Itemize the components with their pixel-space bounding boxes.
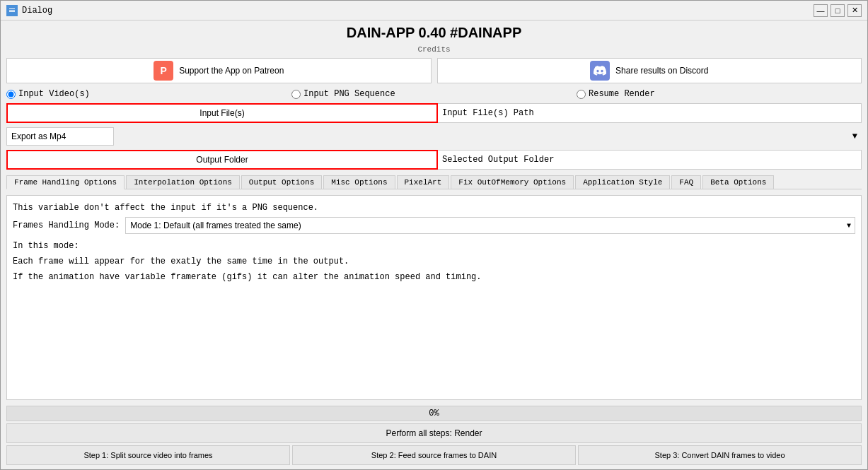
discord-label: Share results on Discord xyxy=(615,66,708,76)
svg-rect-2 xyxy=(9,11,15,12)
maximize-button[interactable]: □ xyxy=(831,4,845,17)
credits-label: Credits xyxy=(6,45,862,54)
minimize-button[interactable]: — xyxy=(814,4,828,17)
close-button[interactable]: ✕ xyxy=(847,4,862,17)
mode-row: Frames Handling Mode: Mode 1: Default (a… xyxy=(13,217,855,234)
step3-button[interactable]: Step 3: Convert DAIN frames to video xyxy=(578,445,862,465)
input-png-radio-item: Input PNG Sequence xyxy=(291,89,577,99)
window-icon xyxy=(6,5,18,16)
input-png-radio[interactable] xyxy=(291,90,301,99)
tab-interpolation[interactable]: Interpolation Options xyxy=(126,175,240,189)
output-folder-path: Selected Output Folder xyxy=(438,150,862,170)
tab-content-frame-handling: This variable don't affect the input if … xyxy=(6,195,862,400)
mode-select-wrapper: Mode 1: Default (all frames treated the … xyxy=(125,217,855,234)
tabs-row: Frame Handling Options Interpolation Opt… xyxy=(6,175,862,189)
resume-render-radio-item: Resume Render xyxy=(577,89,862,99)
export-wrapper: Export as Mp4 Export as GIF Export as PN… xyxy=(6,127,862,146)
step1-button[interactable]: Step 1: Split source video into frames xyxy=(6,445,290,465)
title-bar: Dialog — □ ✕ xyxy=(1,1,867,20)
render-button[interactable]: Perform all steps: Render xyxy=(6,423,862,443)
step2-button[interactable]: Step 2: Feed source frames to DAIN xyxy=(292,445,576,465)
support-row: P Support the App on Patreon Share resul… xyxy=(6,58,862,83)
progress-bar: 0% xyxy=(6,406,862,421)
input-video-radio-item: Input Video(s) xyxy=(6,89,291,99)
app-title: DAIN-APP 0.40 #DAINAPP xyxy=(6,25,862,41)
main-window: Dialog — □ ✕ DAIN-APP 0.40 #DAINAPP Cred… xyxy=(0,0,868,470)
progress-value: 0% xyxy=(429,409,439,418)
export-select[interactable]: Export as Mp4 Export as GIF Export as PN… xyxy=(6,127,114,146)
mode-description-title: In this mode: xyxy=(13,240,855,252)
tab-frame-handling[interactable]: Frame Handling Options xyxy=(6,175,125,189)
bottom-section: 0% Perform all steps: Render Step 1: Spl… xyxy=(6,406,862,465)
input-files-row: Input File(s) Input File(s) Path xyxy=(6,103,862,123)
tab-faq[interactable]: FAQ xyxy=(671,175,701,189)
discord-icon xyxy=(590,61,610,81)
content-area: DAIN-APP 0.40 #DAINAPP Credits P Support… xyxy=(1,20,867,469)
input-video-label[interactable]: Input Video(s) xyxy=(18,89,90,99)
tab-beta[interactable]: Beta Options xyxy=(702,175,774,189)
export-arrow-icon: ▼ xyxy=(852,131,857,141)
window-controls: — □ ✕ xyxy=(814,4,862,17)
input-video-radio[interactable] xyxy=(6,90,16,99)
discord-button[interactable]: Share results on Discord xyxy=(437,58,862,83)
mode-description-line2: If the animation have variable framerate… xyxy=(13,271,855,283)
input-files-path: Input File(s) Path xyxy=(438,103,862,123)
svg-rect-3 xyxy=(9,8,15,9)
png-note: This variable don't affect the input if … xyxy=(13,201,855,214)
mode-description-line1: Each frame will appear for the exatly th… xyxy=(13,255,855,268)
svg-rect-1 xyxy=(9,10,15,11)
patreon-label: Support the App on Patreon xyxy=(179,66,284,76)
tab-fix-oom[interactable]: Fix OutOfMemory Options xyxy=(451,175,574,189)
patreon-icon: P xyxy=(154,61,173,81)
output-folder-row: Output Folder Selected Output Folder xyxy=(6,150,862,170)
input-files-button[interactable]: Input File(s) xyxy=(6,103,438,123)
radio-row: Input Video(s) Input PNG Sequence Resume… xyxy=(6,89,862,99)
mode-label: Frames Handling Mode: xyxy=(13,221,120,230)
window-title: Dialog xyxy=(22,6,814,16)
tab-app-style[interactable]: Application Style xyxy=(575,175,670,189)
tab-misc[interactable]: Misc Options xyxy=(323,175,395,189)
tab-pixelart[interactable]: PixelArt xyxy=(397,175,450,189)
input-png-label[interactable]: Input PNG Sequence xyxy=(303,89,395,99)
resume-render-radio[interactable] xyxy=(577,90,586,99)
step-buttons-row: Step 1: Split source video into frames S… xyxy=(6,445,862,465)
tab-output[interactable]: Output Options xyxy=(241,175,322,189)
export-row: Export as Mp4 Export as GIF Export as PN… xyxy=(6,127,862,146)
resume-render-label[interactable]: Resume Render xyxy=(589,89,655,99)
output-folder-button[interactable]: Output Folder xyxy=(6,150,438,170)
patreon-button[interactable]: P Support the App on Patreon xyxy=(6,58,432,83)
mode-select[interactable]: Mode 1: Default (all frames treated the … xyxy=(125,217,855,234)
